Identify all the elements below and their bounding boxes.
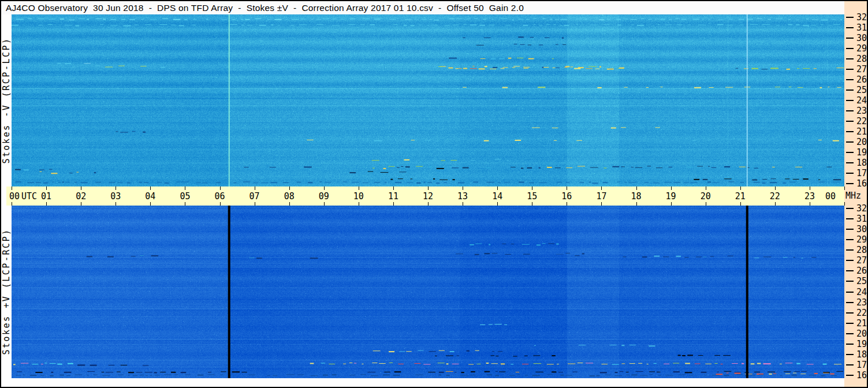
frequency-tick bbox=[846, 260, 854, 261]
time-tick-label: 13 bbox=[457, 191, 468, 202]
frequency-tick bbox=[846, 292, 854, 293]
frequency-tick bbox=[846, 218, 854, 219]
time-tick bbox=[775, 186, 776, 190]
frequency-tick bbox=[846, 323, 854, 324]
time-tick bbox=[255, 202, 255, 206]
frequency-tick-label: 18 bbox=[856, 349, 867, 360]
time-tick-label: 20 bbox=[701, 191, 711, 202]
time-tick bbox=[636, 186, 637, 190]
frequency-tick-label: 23 bbox=[856, 106, 867, 116]
frequency-tick-label: 17 bbox=[856, 168, 867, 178]
time-tick-label: 22 bbox=[770, 191, 780, 202]
frequency-tick-label: 25 bbox=[856, 85, 867, 95]
time-tick bbox=[671, 186, 672, 190]
time-tick bbox=[567, 202, 567, 206]
time-tick bbox=[463, 186, 463, 190]
time-tick bbox=[46, 202, 47, 206]
time-tick bbox=[289, 202, 290, 206]
frequency-tick-label: 26 bbox=[856, 74, 867, 85]
frequency-tick bbox=[846, 239, 854, 240]
time-tick bbox=[12, 202, 12, 206]
frequency-tick-label: 27 bbox=[856, 255, 867, 266]
time-tick bbox=[706, 202, 706, 206]
time-tick bbox=[116, 202, 116, 206]
time-tick bbox=[740, 202, 741, 206]
time-tick bbox=[636, 202, 637, 206]
time-tick-label: 03 bbox=[110, 191, 121, 202]
time-axis: UTC 000102030405060708091011121314151617… bbox=[0, 186, 844, 206]
time-tick-label: 06 bbox=[214, 191, 225, 202]
time-tick bbox=[359, 202, 359, 206]
time-tick bbox=[810, 186, 810, 190]
time-tick bbox=[289, 186, 290, 190]
time-tick bbox=[497, 202, 498, 206]
time-tick bbox=[775, 202, 776, 206]
frequency-tick-label: 20 bbox=[856, 329, 867, 339]
bottom-margin bbox=[1, 378, 844, 387]
frequency-tick bbox=[846, 364, 854, 365]
time-tick bbox=[601, 186, 602, 190]
frequency-tick bbox=[846, 375, 854, 376]
frequency-axis: MHz 323130292827262524232221201918171632… bbox=[844, 0, 868, 388]
frequency-tick-label: 29 bbox=[856, 43, 867, 54]
frequency-tick bbox=[846, 173, 854, 174]
frequency-tick-label: 16 bbox=[856, 370, 867, 380]
frequency-tick-label: 19 bbox=[856, 147, 867, 158]
frequency-tick-label: 30 bbox=[856, 224, 867, 234]
frequency-tick bbox=[846, 208, 854, 209]
frequency-tick-label: 27 bbox=[856, 64, 867, 74]
time-tick-label: 21 bbox=[735, 191, 746, 202]
time-tick-label: 05 bbox=[180, 191, 190, 202]
time-tick bbox=[150, 202, 151, 206]
frequency-tick-label: 24 bbox=[856, 287, 867, 297]
stokes-plus-v-label: Stokes +V (LCP-RCP) bbox=[1, 228, 12, 355]
time-tick bbox=[393, 186, 394, 190]
frequency-tick bbox=[846, 110, 854, 111]
frequency-tick bbox=[846, 249, 854, 251]
time-tick bbox=[324, 202, 325, 206]
frequency-tick-label: 23 bbox=[856, 297, 867, 308]
frequency-tick-label: 29 bbox=[856, 234, 867, 245]
time-tick-label: 12 bbox=[423, 191, 433, 202]
frequency-tick bbox=[846, 121, 854, 122]
frequency-tick bbox=[846, 69, 854, 70]
time-tick bbox=[81, 202, 81, 206]
time-tick bbox=[81, 186, 81, 190]
time-tick bbox=[706, 186, 706, 190]
title-bar: AJ4CO Observatory 30 Jun 2018 - DPS on T… bbox=[1, 1, 844, 14]
time-tick-label: 00 bbox=[9, 191, 20, 202]
time-tick-label: 07 bbox=[249, 191, 260, 202]
time-tick bbox=[324, 186, 325, 190]
time-tick bbox=[185, 186, 185, 190]
time-tick-label: 04 bbox=[145, 191, 155, 202]
time-tick-label: 16 bbox=[561, 191, 572, 202]
time-tick bbox=[567, 186, 567, 190]
frequency-tick bbox=[846, 89, 854, 91]
frequency-tick bbox=[846, 281, 854, 282]
mhz-unit-label: MHz bbox=[845, 191, 861, 201]
time-tick bbox=[671, 202, 672, 206]
time-tick bbox=[185, 202, 185, 206]
time-tick bbox=[532, 202, 532, 206]
frequency-tick-label: 17 bbox=[856, 360, 867, 370]
time-tick-label: 17 bbox=[596, 191, 606, 202]
frequency-tick bbox=[846, 100, 854, 101]
time-tick-label: 19 bbox=[666, 191, 676, 202]
frequency-tick-label: 16 bbox=[856, 178, 867, 189]
time-tick-label: 01 bbox=[41, 191, 51, 202]
frequency-tick bbox=[846, 183, 854, 184]
frequency-tick-label: 20 bbox=[856, 137, 867, 147]
time-tick-label: 18 bbox=[631, 191, 641, 202]
time-tick bbox=[359, 186, 359, 190]
time-tick bbox=[220, 186, 221, 190]
window-title: AJ4CO Observatory 30 Jun 2018 - DPS on T… bbox=[6, 1, 524, 14]
frequency-tick bbox=[846, 131, 854, 132]
frequency-tick bbox=[846, 333, 854, 334]
time-tick-label: 15 bbox=[527, 191, 537, 202]
spectrogram-panel-stokes-minus-v bbox=[12, 14, 844, 186]
frequency-tick-label: 26 bbox=[856, 266, 867, 276]
frequency-tick-label: 22 bbox=[856, 308, 867, 318]
time-tick bbox=[428, 202, 429, 206]
time-tick bbox=[532, 186, 532, 190]
frequency-tick bbox=[846, 58, 854, 59]
